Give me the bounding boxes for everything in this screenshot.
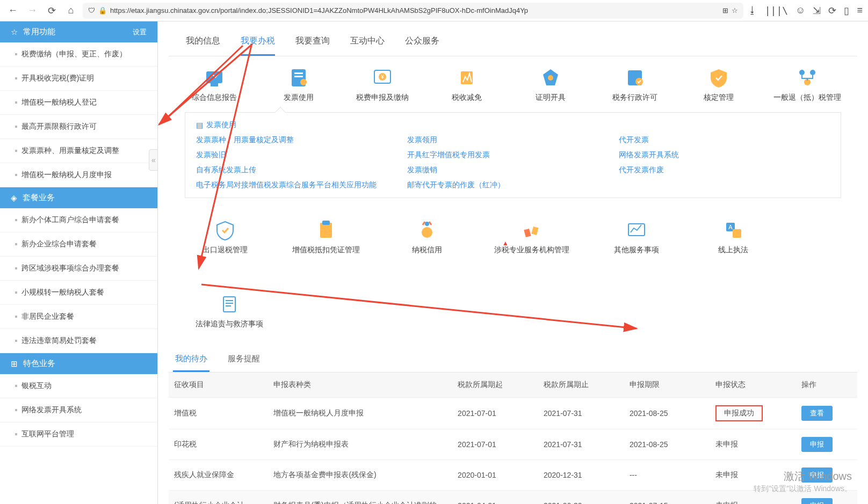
sidebar-package-item-1[interactable]: 新办企业综合申请套餐: [0, 232, 157, 257]
table-cell: 2021-08-25: [624, 429, 710, 460]
top-tab-2[interactable]: 我要查询: [295, 26, 330, 56]
sidebar-feature-item-0[interactable]: 银税互动: [0, 374, 157, 398]
service-tile-5[interactable]: 税务行政许可: [605, 66, 664, 103]
service2-tile-1[interactable]: 增值税抵扣凭证管理: [292, 218, 360, 255]
invoice-link-0-1[interactable]: 发票验旧: [196, 150, 407, 160]
invoice-link-2-0[interactable]: 代开发票: [619, 135, 830, 145]
sidebar-package-item-2[interactable]: 跨区域涉税事项综合办理套餐: [0, 257, 157, 281]
table-cell: 未申报: [710, 429, 796, 460]
sidebar-item-label: 非居民企业套餐: [21, 312, 74, 322]
sidebar-common-item-2[interactable]: 增值税一般纳税人登记: [0, 91, 157, 115]
table-cell: 2021-06-30: [538, 491, 624, 505]
table-row: 印花税财产和行为纳税申报表2021-07-012021-07-312021-08…: [169, 429, 857, 460]
table-cell: 2021-07-31: [538, 429, 624, 460]
service-tile-1[interactable]: 发票使用: [269, 66, 328, 103]
service-label: 综合信息报告: [192, 93, 237, 103]
sidebar-common-item-5[interactable]: 增值税一般纳税人月度申报: [0, 163, 157, 187]
row-action-button[interactable]: 申报: [801, 498, 833, 504]
sidebar-setting-link[interactable]: 设置: [133, 27, 147, 37]
service2-tile-0[interactable]: 出口退税管理: [196, 218, 255, 255]
home-button[interactable]: ⌂: [63, 3, 78, 18]
invoice-link-1-0[interactable]: 发票领用: [407, 135, 618, 145]
invoice-link-0-3[interactable]: 电子税务局对接增值税发票综合服务平台相关应用功能: [196, 180, 407, 190]
top-tab-4[interactable]: 公众服务: [405, 26, 439, 56]
sidebar-common-item-4[interactable]: 发票票种、用票量核定及调整: [0, 139, 157, 163]
service-tile-7[interactable]: 一般退（抵）税管理: [773, 66, 841, 103]
service-icon: A: [721, 218, 746, 241]
menu-icon[interactable]: ≡: [857, 5, 863, 16]
sidebar-package-item-5[interactable]: 违法违章简易处罚套餐: [0, 329, 157, 353]
star-icon[interactable]: ☆: [732, 6, 738, 14]
top-tabs: 我的信息我要办税我要查询互动中心公众服务: [169, 26, 857, 56]
sidebar-package-item-4[interactable]: 非居民企业套餐: [0, 305, 157, 329]
grid-icon: ⊞: [11, 359, 18, 369]
sidebar-feature-item-1[interactable]: 网络发票开具系统: [0, 398, 157, 422]
top-tab-3[interactable]: 互动中心: [350, 26, 385, 56]
invoice-link-2-2[interactable]: 代开发票作废: [619, 165, 830, 175]
table-cell: 2020-01-01: [452, 460, 538, 491]
extension-icon[interactable]: ⇲: [813, 5, 821, 17]
service-label: 税收减免: [452, 93, 482, 103]
watermark-sub: 转到"设置"以激活 Windows。: [754, 484, 852, 494]
invoice-panel-title: ▤发票使用: [196, 120, 830, 130]
sidebar-collapse-button[interactable]: «: [149, 149, 158, 171]
table-cell: (适用执行小企业会计...: [169, 491, 268, 505]
sidebar-package-item-3[interactable]: 小规模转一般纳税人套餐: [0, 281, 157, 305]
mobile-icon[interactable]: ▯: [844, 5, 849, 17]
invoice-link-1-1[interactable]: 开具红字增值税专用发票: [407, 150, 618, 160]
service2-tile-2[interactable]: 纳税信用: [397, 218, 457, 255]
url-bar[interactable]: 🛡 🔒 https://etax.jiangsu.chinatax.gov.cn…: [83, 3, 743, 19]
service-tile-2[interactable]: ¥税费申报及缴纳: [353, 66, 412, 103]
service2-tile-3[interactable]: 涉税专业服务机构管理: [494, 218, 569, 255]
table-cell: 2020-12-31: [538, 460, 624, 491]
row-action-button[interactable]: 查看: [801, 406, 833, 421]
lower-tab-1[interactable]: 服务提醒: [226, 347, 262, 372]
invoice-link-0-2[interactable]: 自有系统发票上传: [196, 165, 407, 175]
service-label: 证明开具: [536, 93, 566, 103]
service-label: 核定管理: [704, 93, 734, 103]
service2-tile-4[interactable]: 其他服务事项: [607, 218, 666, 255]
sidebar: ☆常用功能 设置 税费缴纳（申报、更正、作废）开具税收完税(费)证明增值税一般纳…: [0, 21, 158, 504]
sidebar-item-label: 银税互动: [21, 381, 52, 391]
service-tile-0[interactable]: 综合信息报告: [185, 66, 244, 103]
invoice-link-2-1[interactable]: 网络发票开具系统: [619, 150, 830, 160]
service-icon-row-2: 出口退税管理增值税抵扣凭证管理纳税信用涉税专业服务机构管理其他服务事项A线上执法…: [169, 209, 857, 339]
invoice-link-1-2[interactable]: 发票缴销: [407, 165, 618, 175]
doc-icon: ▤: [196, 121, 203, 129]
lower-tab-0[interactable]: 我的待办: [173, 347, 209, 372]
service-tile-3[interactable]: 税收减免: [437, 66, 496, 103]
service2-tile-5[interactable]: A线上执法: [704, 218, 763, 255]
bullet-icon: [15, 126, 17, 128]
download-icon[interactable]: ⭳: [748, 5, 757, 16]
service-tile-4[interactable]: 证明开具: [521, 66, 580, 103]
layers-icon: ◈: [11, 193, 17, 203]
top-tab-1[interactable]: 我要办税: [241, 26, 275, 56]
sidebar-common-item-1[interactable]: 开具税收完税(费)证明: [0, 67, 157, 91]
reader-icon[interactable]: ⊞: [722, 6, 728, 14]
library-icon[interactable]: |||\: [765, 5, 788, 16]
invoice-link-0-0[interactable]: 发票票种、用票量核定及调整: [196, 135, 407, 145]
back-button[interactable]: ←: [5, 3, 20, 18]
sidebar-feature-item-2[interactable]: 互联网平台管理: [0, 422, 157, 447]
pocket-icon[interactable]: ⟳: [828, 5, 836, 17]
svg-rect-27: [226, 300, 233, 301]
sidebar-common-item-0[interactable]: 税费缴纳（申报、更正、作废）: [0, 42, 157, 67]
table-cell: 财务报表月(季)申报（适用执行小企业会计准则的...: [268, 491, 452, 505]
main-content: 我的信息我要办税我要查询互动中心公众服务 综合信息报告发票使用¥税费申报及缴纳税…: [158, 21, 868, 504]
svg-rect-4: [294, 76, 303, 77]
forward-button[interactable]: →: [25, 3, 40, 18]
service-icon: [202, 66, 227, 89]
service-label: 其他服务事项: [614, 245, 659, 255]
service-tile-6[interactable]: 核定管理: [689, 66, 748, 103]
sidebar-item-label: 违法违章简易处罚套餐: [21, 336, 97, 346]
account-icon[interactable]: ☺: [795, 5, 805, 16]
sidebar-common-item-3[interactable]: 最高开票限额行政许可: [0, 115, 157, 139]
svg-point-19: [425, 222, 429, 226]
top-tab-0[interactable]: 我的信息: [186, 26, 220, 56]
sidebar-package-item-0[interactable]: 新办个体工商户综合申请套餐: [0, 208, 157, 232]
row-action-button[interactable]: 申报: [801, 437, 833, 452]
invoice-link-1-3[interactable]: 邮寄代开专票的作废（红冲）: [407, 180, 618, 190]
reload-button[interactable]: ⟳: [44, 3, 59, 18]
bullet-icon: [15, 340, 17, 342]
service2-tile-6[interactable]: 法律追责与救济事项: [196, 293, 263, 329]
